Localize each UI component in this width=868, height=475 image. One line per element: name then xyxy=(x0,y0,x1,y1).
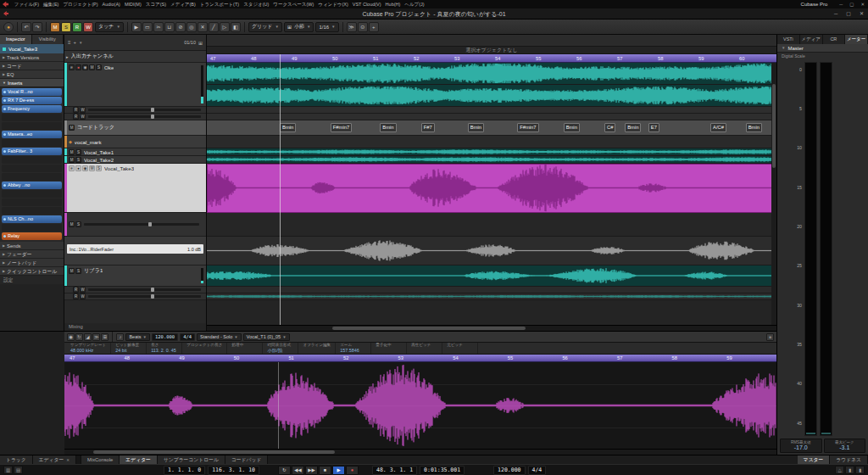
mute-button[interactable]: M xyxy=(69,221,75,227)
virtual-keyboard-icon[interactable]: ▤ xyxy=(14,466,23,474)
forward-button[interactable]: ▶▶ xyxy=(305,466,318,475)
audio-event-oke-left[interactable] xyxy=(207,63,776,85)
solo-button[interactable]: S xyxy=(96,165,102,171)
folder-icon[interactable]: ▸ xyxy=(66,54,69,59)
warp-algorithm-select[interactable]: Standard - Solo ▼ xyxy=(197,333,242,341)
solo-button[interactable]: S xyxy=(75,268,81,274)
edit-channel-button[interactable]: e xyxy=(69,165,75,171)
slider-thumb[interactable] xyxy=(151,108,154,112)
audio-activity-icon[interactable]: ▮ xyxy=(855,466,865,474)
menu-item-13[interactable]: ヘルプ(J) xyxy=(403,0,426,8)
automation-lane-strip[interactable] xyxy=(207,107,776,114)
insert-slot[interactable]: Masera...eo xyxy=(2,131,62,138)
insert-slot-empty[interactable] xyxy=(2,156,62,164)
track-subrow-pan[interactable]: R W xyxy=(64,293,206,300)
position-display[interactable]: 48. 3. 1. 1 xyxy=(372,466,417,475)
editor-tempo-display[interactable]: 120.000 xyxy=(152,333,178,341)
peak-max-readout[interactable]: 最大ピーク -3.1 xyxy=(824,439,866,453)
time-display[interactable]: 0:01:35.001 xyxy=(420,466,465,475)
editor-horizontal-scrollbar[interactable] xyxy=(64,449,776,455)
solo-all-button[interactable]: S xyxy=(61,22,71,32)
menu-item-11[interactable]: VST Cloud(V) xyxy=(350,0,383,8)
write-button[interactable]: W xyxy=(80,293,86,299)
solo-button[interactable]: S xyxy=(75,221,81,227)
track-list-menu-icon[interactable]: ≡ xyxy=(68,40,71,45)
insert-slot-empty[interactable] xyxy=(2,139,62,147)
write-button[interactable]: W xyxy=(80,107,86,113)
write-button[interactable]: W xyxy=(80,114,86,120)
snap-icon[interactable]: ⊙ xyxy=(358,22,368,32)
scrollbar-thumb[interactable] xyxy=(772,84,776,168)
menu-item-0[interactable]: ファイル(F) xyxy=(12,0,42,8)
insert-slot-empty[interactable] xyxy=(2,207,62,215)
tempo-display[interactable]: 120.000 xyxy=(493,466,525,475)
menu-item-7[interactable]: トランスポート(T) xyxy=(198,0,241,8)
midi-activity-icon[interactable]: ▮ xyxy=(845,466,854,474)
pan-slider[interactable] xyxy=(88,115,201,118)
tab-トラック[interactable]: トラック xyxy=(0,455,33,464)
track-subrow-pan[interactable]: R W xyxy=(64,114,206,120)
insert-slot[interactable]: FabFilter.. 3 xyxy=(2,148,62,155)
chord-event[interactable]: Bmin xyxy=(280,123,296,132)
insert-slot[interactable]: Relay xyxy=(2,232,62,240)
automation-lane-controls[interactable]: M S xyxy=(64,213,206,237)
solo-button[interactable]: S xyxy=(75,157,81,163)
insert-slot-empty[interactable] xyxy=(2,224,62,232)
right-locator-display[interactable]: 116. 3. 1. 10 xyxy=(208,466,259,475)
insert-slot-empty[interactable] xyxy=(2,198,62,206)
mute-tool[interactable]: ✕ xyxy=(198,22,208,32)
close-icon[interactable]: ✕ xyxy=(66,458,70,462)
inspector-section-Sends[interactable]: ▶Sends xyxy=(0,242,64,250)
marker-lane[interactable] xyxy=(207,136,776,148)
play-button[interactable]: ▶ xyxy=(332,466,345,475)
insert-slot[interactable]: Vocal R...no xyxy=(2,88,62,96)
track-row-oke[interactable]: e ● ◉ M S Oke xyxy=(64,63,206,107)
audio-event-fx[interactable] xyxy=(207,265,776,287)
track-row-take2[interactable]: M S Vocal_Take2 xyxy=(64,156,206,164)
add-track-icon[interactable]: + xyxy=(74,40,77,45)
autoscroll-icon[interactable]: ≫ xyxy=(92,333,100,341)
tab-エディター[interactable]: エディター✕ xyxy=(33,455,76,464)
menu-item-9[interactable]: ワークスペース(W) xyxy=(271,0,316,8)
inspector-section-ノートパッド[interactable]: ▶ノートパッド xyxy=(0,259,64,267)
activate-project-button[interactable]: ● xyxy=(3,22,14,32)
grid-type-select[interactable]: ⊞ 小節 ▼ xyxy=(284,22,314,32)
chord-event[interactable]: A/C# xyxy=(710,123,726,132)
mute-button[interactable]: M xyxy=(89,165,95,171)
track-row-fx[interactable]: M S リブラ1 xyxy=(64,265,206,287)
playhead[interactable] xyxy=(280,54,281,325)
audio-event-oke-right[interactable] xyxy=(207,85,776,107)
record-button[interactable]: ● xyxy=(346,466,359,475)
editor-signature-display[interactable]: 4/4 xyxy=(180,333,195,341)
mute-button[interactable]: M xyxy=(69,268,75,274)
right-panel-tab-CR[interactable]: CR xyxy=(823,35,846,44)
write-button[interactable]: W xyxy=(80,287,86,293)
menu-item-5[interactable]: スコア(S) xyxy=(143,0,168,8)
menu-item-6[interactable]: メディア(B) xyxy=(168,0,198,8)
inspector-track-name[interactable]: Vocal_Take3 xyxy=(0,44,64,53)
editor-setup-icon[interactable]: ≡ xyxy=(766,333,774,341)
insert-slot-empty[interactable] xyxy=(2,165,62,172)
read-button[interactable]: R xyxy=(73,293,79,299)
track-row-take3-selected[interactable]: e ● ◉ M S Vocal_Take3 xyxy=(64,164,206,213)
autoscroll-icon[interactable]: ≫ xyxy=(347,22,357,32)
chord-event[interactable]: Bmin xyxy=(564,123,580,132)
inspector-section-フェーダー[interactable]: ▶フェーダー xyxy=(0,250,64,259)
mute-button[interactable]: M xyxy=(69,157,75,163)
insert-slot-empty[interactable] xyxy=(2,190,62,198)
editor-ruler[interactable]: 47484950515253545556575859 xyxy=(64,355,776,362)
inspector-tab-Inspector[interactable]: Inspector xyxy=(0,35,32,44)
grid-select[interactable]: グリッド ▼ xyxy=(248,22,282,32)
insert-slot[interactable]: Abbey ..no xyxy=(2,182,62,189)
menu-item-4[interactable]: MIDI(M) xyxy=(122,0,143,8)
maximize-icon[interactable]: ▢ xyxy=(842,8,855,20)
read-button[interactable]: R xyxy=(73,287,79,293)
right-panel-tab-メーター[interactable]: メーター xyxy=(845,35,868,44)
play-tool[interactable]: ▷ xyxy=(220,22,230,32)
edited-clip-select[interactable]: Vocal_T1 (0)_05 ▼ xyxy=(243,333,290,341)
snap-icon[interactable]: ⊞ xyxy=(101,333,108,341)
slider-thumb[interactable] xyxy=(151,294,154,299)
chord-event[interactable]: Bmin xyxy=(468,123,484,132)
inspector-section-EQ[interactable]: ▶EQ xyxy=(0,70,64,79)
glue-tool[interactable]: ⊔ xyxy=(164,22,175,32)
